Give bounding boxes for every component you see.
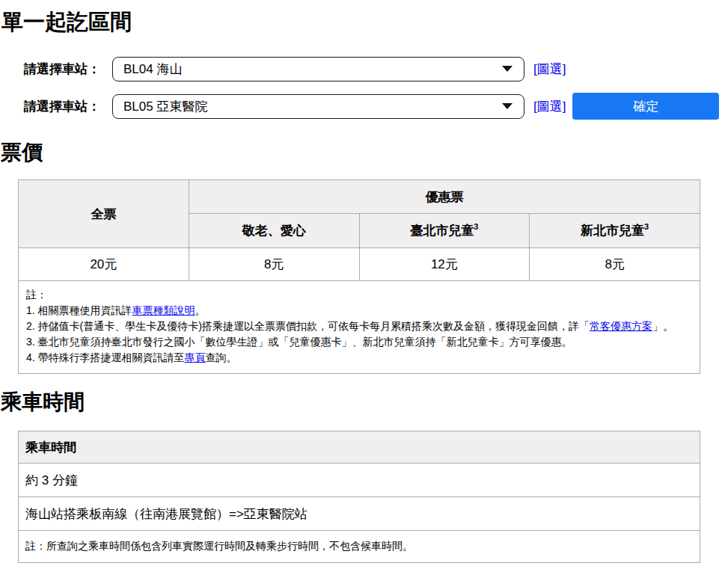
origin-station-row: 請選擇車站： BL04 海山 [圖選] (24, 55, 728, 82)
ticket-types-link[interactable]: 車票種類說明 (132, 304, 195, 316)
fare-col-discount-group: 優惠票 (189, 180, 700, 214)
travel-time-table: 乘車時間 約 3 分鐘 海山站搭乘板南線（往南港展覽館）=>亞東醫院站 註：所查… (18, 431, 700, 563)
confirm-button[interactable]: 確定 (572, 93, 719, 120)
origin-station-label: 請選擇車站： (24, 61, 112, 78)
fare-note-2-text: 2. 持儲值卡(普通卡、學生卡及優待卡)搭乘捷運以全票票價扣款，可依每卡每月累積… (26, 320, 590, 332)
destination-station-row: 請選擇車站： BL05 亞東醫院 [圖選] 確定 (24, 93, 728, 120)
fare-col-taipei-child-label: 臺北市兒童 (410, 224, 474, 238)
destination-map-select-link[interactable]: [圖選] (533, 98, 566, 115)
special-luggage-page-link[interactable]: 專頁 (185, 351, 206, 363)
fare-col-newtaipei-child-footnote: 3 (644, 222, 649, 231)
fare-col-full: 全票 (19, 180, 189, 248)
fare-value-senior: 8元 (189, 248, 359, 281)
origin-station-value: BL04 海山 (123, 61, 182, 78)
fare-note-1-text: 1. 相關票種使用資訊詳 (26, 304, 132, 316)
frequent-rider-program-link[interactable]: 常客優惠方案 (590, 320, 652, 332)
travel-time-route: 海山站搭乘板南線（往南港展覽館）=>亞東醫院站 (19, 497, 700, 531)
fare-col-newtaipei-child: 新北市兒童3 (530, 214, 700, 248)
fare-note-2: 2. 持儲值卡(普通卡、學生卡及優待卡)搭乘捷運以全票票價扣款，可依每卡每月累積… (26, 319, 692, 334)
fare-note-1: 1. 相關票種使用資訊詳車票種類說明。 (26, 303, 692, 319)
fare-col-newtaipei-child-label: 新北市兒童 (581, 224, 644, 238)
fare-table: 全票 優惠票 敬老、愛心 臺北市兒童3 新北市兒童3 20元 8元 12元 8元… (18, 179, 700, 374)
destination-station-select[interactable]: BL05 亞東醫院 (112, 94, 524, 119)
travel-time-note: 註：所查詢之乘車時間係包含列車實際運行時間及轉乘步行時間，不包含候車時間。 (19, 531, 700, 563)
fare-value-newtaipei-child: 8元 (530, 248, 700, 281)
fare-note-2-tail: 」。 (652, 320, 673, 332)
fare-col-taipei-child-footnote: 3 (474, 222, 478, 231)
fare-note-4-tail: 查詢。 (206, 351, 237, 363)
fare-col-taipei-child: 臺北市兒童3 (359, 214, 530, 248)
travel-time-duration: 約 3 分鐘 (19, 464, 700, 497)
chevron-down-icon (502, 103, 513, 109)
fare-note-4: 4. 帶特殊行李搭捷運相關資訊請至專頁查詢。 (26, 350, 692, 366)
destination-station-value: BL05 亞東醫院 (123, 98, 207, 115)
travel-time-table-header: 乘車時間 (19, 431, 700, 464)
origin-map-select-link[interactable]: [圖選] (533, 61, 566, 78)
fare-note-1-tail: 。 (195, 304, 206, 316)
origin-station-select[interactable]: BL04 海山 (112, 57, 524, 81)
fare-notes-cell: 註： 1. 相關票種使用資訊詳車票種類說明。 2. 持儲值卡(普通卡、學生卡及優… (19, 281, 700, 374)
fare-note-3: 3. 臺北市兒童須持臺北市發行之國小「數位學生證」或「兒童優惠卡」、新北市兒童須… (26, 334, 692, 350)
travel-time-heading: 乘車時間 (1, 391, 728, 413)
destination-station-label: 請選擇車站： (24, 98, 112, 115)
chevron-down-icon (502, 66, 513, 72)
fare-notes-label: 註： (26, 287, 692, 303)
fare-col-senior: 敬老、愛心 (189, 214, 359, 248)
fare-value-taipei-child: 12元 (359, 248, 530, 281)
fare-heading: 票價 (1, 141, 728, 164)
station-select-form: 請選擇車站： BL04 海山 [圖選] 請選擇車站： BL05 亞東醫院 [圖選… (24, 55, 728, 120)
fare-note-4-text: 4. 帶特殊行李搭捷運相關資訊請至 (26, 351, 185, 363)
page-title: 單一起訖區間 (1, 10, 728, 34)
fare-value-full: 20元 (19, 248, 189, 281)
